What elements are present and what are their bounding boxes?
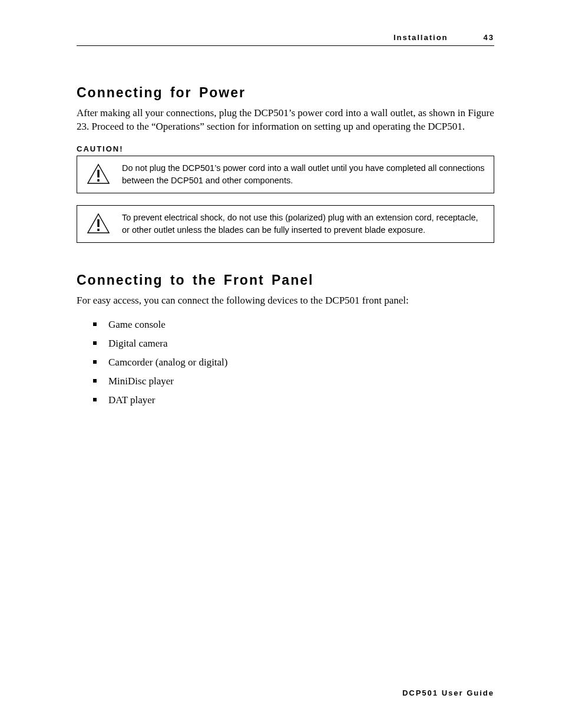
footer-guide-label: DCP501 User Guide (402, 689, 494, 697)
svg-rect-4 (97, 219, 99, 227)
warning-icon (84, 162, 113, 185)
caution-text-1: Do not plug the DCP501’s power cord into… (113, 162, 487, 187)
header-section-label: Installation (394, 33, 448, 42)
svg-rect-5 (97, 229, 99, 231)
heading-front-panel: Connecting to the Front Panel (77, 272, 494, 288)
svg-rect-1 (97, 170, 99, 177)
caution-box-2: To prevent electrical shock, do not use … (77, 205, 494, 243)
page-header: Installation 43 (77, 33, 494, 45)
list-item: MiniDisc player (93, 375, 494, 388)
page: Installation 43 Connecting for Power Aft… (0, 0, 562, 728)
list-item: Camcorder (analog or digital) (93, 356, 494, 369)
warning-icon (84, 212, 113, 234)
list-item: Game console (93, 318, 494, 331)
content-area: Connecting for Power After making all yo… (77, 46, 494, 407)
paragraph-power-intro: After making all your connections, plug … (77, 107, 494, 134)
caution-box-1: Do not plug the DCP501’s power cord into… (77, 156, 494, 193)
paragraph-front-panel-intro: For easy access, you can connect the fol… (77, 294, 494, 308)
list-item: DAT player (93, 394, 494, 407)
caution-text-2: To prevent electrical shock, do not use … (113, 212, 487, 236)
header-page-number: 43 (484, 33, 494, 42)
caution-label: CAUTION! (77, 144, 494, 153)
device-list: Game console Digital camera Camcorder (a… (77, 318, 494, 407)
heading-connecting-power: Connecting for Power (77, 85, 494, 101)
list-item: Digital camera (93, 337, 494, 350)
svg-rect-2 (97, 179, 99, 182)
